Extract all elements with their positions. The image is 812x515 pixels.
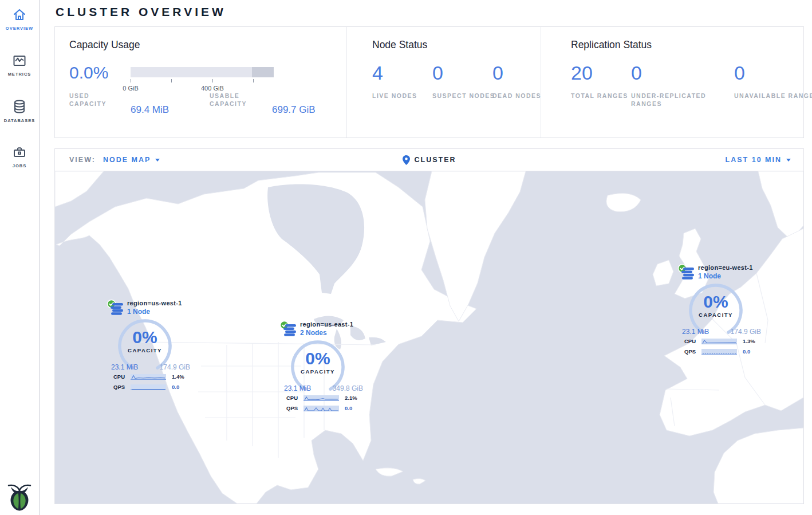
cpu-value: 1.4% — [172, 374, 184, 380]
total-capacity: 349.8 GiB — [333, 384, 363, 392]
total-ranges-value: 20 — [571, 62, 631, 83]
time-range-dropdown[interactable]: LAST 10 MIN — [726, 156, 803, 164]
view-dropdown-value: NODE MAP — [103, 156, 151, 164]
qps-sparkline — [303, 406, 339, 411]
sidebar-item-overview[interactable]: OVERVIEW — [0, 0, 39, 46]
location-pin-icon — [402, 155, 409, 165]
capacity-usage-panel: Capacity Usage 0.0% 0 GiB 400 GiB USED C… — [55, 27, 346, 137]
usable-capacity-value: 699.7 GiB — [272, 104, 316, 116]
node-status-title: Node Status — [372, 39, 541, 51]
cpu-sparkline — [701, 339, 737, 344]
node-marker-us-west-1[interactable]: region=us-west-1 1 Node 0% CAPACITY 23.1… — [107, 299, 198, 394]
used-capacity-label: USED CAPACITY — [69, 92, 127, 108]
home-icon — [12, 7, 27, 22]
live-nodes-stat: 4 LIVE NODES — [372, 62, 432, 100]
region-label: region=eu-west-1 — [698, 264, 753, 271]
usable-capacity-label: USABLE CAPACITY — [210, 92, 267, 108]
node-marker-us-east-1[interactable]: region=us-east-1 2 Nodes 0% CAPACITY 23.… — [279, 320, 371, 415]
used-capacity: 23.1 MiB — [111, 363, 138, 371]
qps-label: QPS — [113, 384, 125, 390]
sidebar-item-label: METRICS — [8, 72, 31, 77]
capacity-usage-title: Capacity Usage — [69, 39, 346, 51]
sidebar-item-label: DATABASES — [4, 118, 36, 123]
chevron-down-icon — [786, 159, 791, 162]
under-replicated-stat: 0 UNDER-REPLICATED RANGES — [631, 62, 734, 108]
cockroachdb-logo — [6, 482, 33, 512]
replication-status-panel: Replication Status 20 TOTAL RANGES 0 UND… — [541, 27, 803, 137]
cpu-label: CPU — [684, 338, 696, 344]
metrics-icon — [12, 53, 27, 68]
cpu-label: CPU — [286, 395, 298, 401]
sidebar-item-label: OVERVIEW — [6, 26, 33, 31]
capacity-bar: 0 GiB 400 GiB — [131, 67, 274, 82]
view-label: VIEW: — [69, 156, 96, 164]
breadcrumb-cluster[interactable]: CLUSTER — [402, 155, 456, 165]
cpu-label: CPU — [113, 374, 125, 380]
qps-sparkline — [701, 349, 737, 355]
map-toolbar: VIEW: NODE MAP CLUSTER LAST 10 MIN — [55, 149, 803, 171]
main-content: CLUSTER OVERVIEW Capacity Usage 0.0% 0 G… — [40, 5, 812, 504]
region-label: region=us-west-1 — [127, 300, 182, 306]
cpu-value: 2.1% — [345, 395, 357, 401]
sidebar-item-metrics[interactable]: METRICS — [0, 46, 39, 92]
qps-value: 0.0 — [172, 384, 179, 390]
node-status-panel: Node Status 4 LIVE NODES 0 SUSPECT NODES… — [346, 27, 541, 137]
database-icon — [12, 99, 27, 115]
cpu-sparkline — [131, 374, 166, 380]
unavailable-ranges-value: 0 — [734, 62, 794, 83]
node-map-card: VIEW: NODE MAP CLUSTER LAST 10 MIN — [54, 148, 804, 504]
locality-database-icon — [681, 268, 696, 280]
used-capacity-value: 69.4 MiB — [131, 104, 169, 116]
total-ranges-stat: 20 TOTAL RANGES — [571, 62, 631, 108]
used-capacity: 23.1 MiB — [284, 384, 311, 392]
node-marker-eu-west-1[interactable]: region=eu-west-1 1 Node 0% CAPACITY 23.1… — [677, 264, 769, 358]
capacity-used-percent: 0.0% — [69, 63, 131, 82]
qps-value: 0.0 — [743, 348, 750, 355]
sidebar-item-jobs[interactable]: JOBS — [0, 137, 39, 183]
cluster-summary-card: Capacity Usage 0.0% 0 GiB 400 GiB USED C… — [54, 26, 804, 138]
live-nodes-value: 4 — [372, 62, 432, 83]
qps-value: 0.0 — [345, 405, 352, 411]
node-map: region=us-west-1 1 Node 0% CAPACITY 23.1… — [55, 171, 803, 504]
page-title: CLUSTER OVERVIEW — [56, 5, 804, 19]
time-range-value: LAST 10 MIN — [726, 156, 782, 164]
sidebar: OVERVIEW METRICS DATABASES JOBS — [0, 0, 40, 515]
suspect-nodes-stat: 0 SUSPECT NODES — [432, 62, 492, 100]
locality-database-icon — [110, 303, 125, 316]
breadcrumb-label: CLUSTER — [414, 156, 456, 164]
locality-database-icon — [283, 324, 298, 337]
sidebar-item-label: JOBS — [13, 163, 26, 168]
replication-status-title: Replication Status — [571, 39, 803, 51]
qps-sparkline — [131, 384, 166, 390]
view-dropdown[interactable]: NODE MAP — [103, 156, 160, 164]
suspect-nodes-value: 0 — [432, 62, 492, 83]
qps-label: QPS — [684, 348, 696, 355]
unavailable-ranges-stat: 0 UNAVAILABLE RANGES — [734, 62, 794, 108]
cpu-sparkline — [303, 395, 339, 401]
chevron-down-icon — [155, 159, 160, 162]
total-capacity: 174.9 GiB — [731, 328, 761, 336]
unavailable-ranges-label: UNAVAILABLE RANGES — [734, 92, 812, 100]
briefcase-icon — [12, 145, 27, 160]
under-replicated-value: 0 — [631, 62, 734, 83]
qps-label: QPS — [286, 405, 298, 411]
cpu-value: 1.3% — [743, 338, 755, 344]
under-replicated-label: UNDER-REPLICATED RANGES — [631, 92, 728, 108]
capacity-bar-reserved-segment — [252, 67, 274, 77]
region-label: region=us-east-1 — [300, 321, 353, 328]
total-capacity: 174.9 GiB — [160, 363, 190, 371]
sidebar-item-databases[interactable]: DATABASES — [0, 92, 39, 137]
used-capacity: 23.1 MiB — [682, 328, 709, 336]
